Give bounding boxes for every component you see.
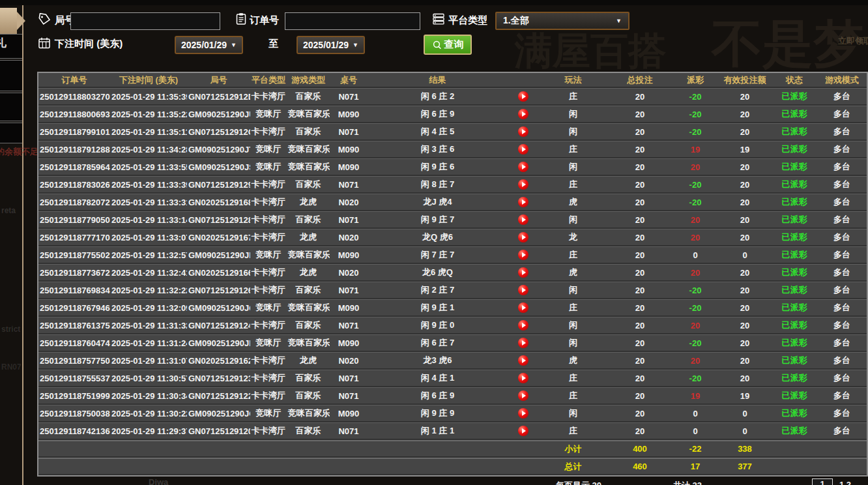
play-icon[interactable] (518, 338, 528, 348)
payout-cell: -20 (673, 334, 718, 352)
mode-cell: 多台 (817, 422, 867, 440)
order-cell: 250129118769834 (38, 282, 110, 299)
watermark-text: 满屋百搭 (515, 26, 666, 77)
subtotal-payout: -22 (673, 440, 718, 458)
play-icon[interactable] (518, 355, 528, 366)
play-icon[interactable] (518, 197, 528, 207)
game-cell: 百家乐 (287, 211, 330, 229)
mode-cell: 多台 (817, 176, 867, 194)
bet-on-cell: 庄 (539, 246, 607, 264)
date-from-picker[interactable]: 2025/01/29 ▼ (175, 36, 243, 54)
order-number-input[interactable] (285, 12, 420, 30)
order-cell: 250129118751999 (38, 387, 110, 405)
play-icon[interactable] (518, 232, 528, 242)
platform-type-select[interactable]: 1.全部 ▼ (495, 12, 629, 30)
table-row: 2501291188006932025-01-29 11:35:22GM0902… (38, 106, 867, 123)
valid-cell: 19 (718, 387, 772, 405)
replay-cell (508, 123, 539, 141)
replay-cell (508, 246, 539, 264)
play-icon[interactable] (518, 162, 528, 172)
status-cell: 已派彩 (772, 405, 817, 422)
order-cell: 250129118782072 (38, 194, 110, 211)
play-icon[interactable] (518, 126, 528, 137)
col-game-mode: 游戏模式 (817, 73, 867, 88)
play-icon[interactable] (518, 426, 528, 436)
table-row: 2501291187421362025-01-29 11:29:37GN0712… (38, 422, 867, 440)
valid-cell: 20 (718, 370, 772, 387)
play-icon[interactable] (518, 179, 528, 190)
mode-cell: 多台 (817, 282, 867, 299)
result-cell: 闲 2 庄 7 (368, 282, 508, 299)
play-icon[interactable] (518, 302, 528, 313)
sidebar-menu-item[interactable] (0, 123, 22, 143)
col-order-id: 订单号 (38, 73, 110, 88)
sidebar-active-tab[interactable] (0, 8, 17, 34)
time-cell: 2025-01-29 11:29:37 (110, 422, 187, 440)
round-cell: GM090251290JU (187, 106, 250, 123)
order-cell: 250129118785964 (38, 158, 110, 176)
payout-cell: 0 (673, 246, 718, 264)
time-cell: 2025-01-29 11:32:09 (110, 299, 187, 317)
grand-total-row: 总计46017377 (38, 458, 867, 475)
play-icon[interactable] (518, 267, 528, 278)
platform-cell: 竞咪厅 (250, 299, 287, 317)
table-row: 2501291187755022025-01-29 11:32:57GM0902… (38, 246, 867, 264)
play-icon[interactable] (518, 91, 528, 102)
valid-cell: 20 (718, 211, 772, 229)
col-round-id: 局号 (187, 73, 250, 88)
sidebar-menu-item[interactable] (0, 60, 22, 91)
time-cell: 2025-01-29 11:33:39 (110, 176, 187, 194)
sidebar-menu-item[interactable] (0, 93, 22, 121)
payout-cell: 19 (673, 387, 718, 405)
col-platform: 平台类型 (250, 73, 287, 88)
platform-cell: 卡卡湾厅 (250, 176, 287, 194)
round-number-input[interactable] (70, 12, 220, 30)
play-icon[interactable] (518, 214, 528, 225)
bet-on-cell: 闲 (539, 158, 607, 176)
table-no-cell: M090 (330, 246, 368, 264)
play-icon[interactable] (518, 285, 528, 295)
current-page-input[interactable]: 1 (812, 478, 833, 485)
payout-cell: -20 (673, 282, 718, 299)
order-cell: 250129118803270 (38, 88, 110, 106)
total-cell: 20 (607, 106, 673, 123)
query-button[interactable]: 查询 (424, 35, 472, 55)
table-row: 2501291187859642025-01-29 11:33:55GM0902… (38, 158, 867, 176)
table-body: 2501291188032702025-01-29 11:35:39GN0712… (38, 88, 867, 475)
result-cell: 闲 9 庄 7 (368, 211, 508, 229)
round-cell: GN02025129166 (187, 264, 250, 282)
time-cell: 2025-01-29 11:30:22 (110, 405, 187, 422)
platform-type-value: 1.全部 (503, 15, 529, 27)
play-icon[interactable] (518, 144, 528, 154)
bet-on-cell: 闲 (539, 317, 607, 334)
status-cell: 已派彩 (772, 422, 817, 440)
status-cell: 已派彩 (772, 211, 817, 229)
valid-cell: 20 (718, 106, 772, 123)
pagination-bar: 每页显示 20 共计 23 1 1 2 (0, 480, 868, 485)
date-to-picker[interactable]: 2025/01/29 ▼ (297, 36, 365, 54)
play-icon[interactable] (518, 390, 528, 401)
platform-cell: 卡卡湾厅 (250, 282, 287, 299)
replay-cell (508, 422, 539, 440)
play-icon[interactable] (518, 373, 528, 383)
mode-cell: 多台 (817, 405, 867, 422)
play-icon[interactable] (518, 109, 528, 119)
table-row: 2501291187613752025-01-29 11:31:32GN0712… (38, 317, 867, 334)
page-links[interactable]: 1 2 (839, 480, 851, 485)
grand-total-valid-bet: 377 (718, 458, 772, 475)
col-result: 结果 (368, 73, 508, 88)
subtotal-row: 小计400-22338 (38, 440, 867, 458)
replay-cell (508, 106, 539, 123)
play-icon[interactable] (518, 250, 528, 260)
round-cell: GN07125129122 (187, 387, 250, 405)
play-icon[interactable] (518, 320, 528, 331)
sidebar-menu-item[interactable] (0, 34, 22, 59)
valid-cell: 0 (718, 405, 772, 422)
play-icon[interactable] (518, 408, 528, 419)
bet-time-label: 下注时间 (美东) (55, 38, 123, 50)
valid-cell: 20 (718, 352, 772, 370)
valid-cell: 20 (718, 334, 772, 352)
mode-cell: 多台 (817, 264, 867, 282)
game-cell: 竞咪百家乐 (287, 299, 330, 317)
round-cell: GN07125129123 (187, 370, 250, 387)
